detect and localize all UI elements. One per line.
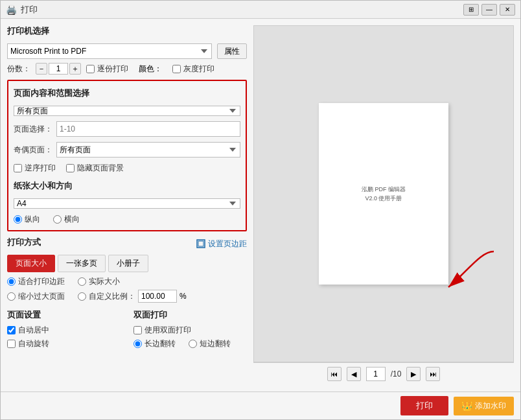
restore-button[interactable]: ⊞ [463,4,479,16]
copies-increase[interactable]: ＋ [69,63,81,75]
print-tabs: 页面大小 一张多页 小册子 [7,255,247,272]
reverse-print-checkbox[interactable] [14,164,22,172]
crown-icon: 👑 [461,401,472,411]
page-select-label: 页面选择： [14,124,52,135]
all-pages-select[interactable]: 所有页面 [14,106,240,116]
landscape-option[interactable]: 横向 [53,214,80,225]
auto-rotate-option[interactable]: 自动旋转 [7,338,121,349]
page-select-row: 页面选择： [14,121,240,137]
print-method-title: 打印方式 [7,237,41,248]
paper-size-select[interactable]: A4 [14,198,240,209]
printer-row: Microsoft Print to PDF 属性 [7,43,247,59]
copies-row: 份数： － ＋ 逐份打印 颜色： 灰度打印 [7,63,247,75]
grayscale-option[interactable]: 灰度打印 [172,64,214,75]
hide-bg-checkbox[interactable] [66,164,75,172]
collate-checkbox[interactable] [86,65,95,73]
main-window: 🖨️ 打印 ⊞ — ✕ 打印机选择 Microsoft Print to PDF… [0,0,521,420]
use-duplex-checkbox[interactable] [133,326,142,334]
custom-scale-radio[interactable] [78,292,86,301]
duplex-settings: 双面打印 使用双面打印 长边翻转 短边翻转 [133,308,247,349]
navigation-bar: ⏮ ◀ /10 ▶ ⏭ [253,362,514,385]
title-bar-left: 🖨️ 打印 [6,4,38,16]
auto-center-checkbox[interactable] [7,326,16,334]
actual-size-option[interactable]: 实际大小 [78,276,120,287]
tab-booklet[interactable]: 小册子 [108,255,148,272]
main-content: 打印机选择 Microsoft Print to PDF 属性 份数： － ＋ [1,19,520,391]
copies-stepper: － ＋ [36,63,81,75]
window-title: 打印 [21,4,38,16]
close-button[interactable]: ✕ [500,4,515,16]
watermark-button[interactable]: 👑 添加水印 [454,397,514,415]
copies-decrease[interactable]: － [36,63,47,75]
short-edge-option[interactable]: 短边翻转 [189,338,231,349]
next-page-button[interactable]: ▶ [406,367,421,381]
auto-rotate-checkbox[interactable] [7,340,16,348]
custom-scale-option[interactable]: 自定义比例： [78,291,135,302]
landscape-radio[interactable] [53,215,62,224]
first-page-button[interactable]: ⏮ [327,367,342,381]
current-page-input[interactable] [366,367,386,381]
page-settings: 页面设置 自动居中 自动旋转 [7,308,121,349]
page-select-input[interactable] [56,121,240,137]
print-button[interactable]: 打印 [400,396,448,415]
duplex-title: 双面打印 [133,309,247,321]
grayscale-checkbox[interactable] [172,65,181,73]
title-bar: 🖨️ 打印 ⊞ — ✕ [1,1,520,19]
bottom-sections: 页面设置 自动居中 自动旋转 双面打印 使用双面打印 [7,308,247,349]
scale-options: 适合打印边距 实际大小 缩小过大页面 [7,276,247,303]
reverse-print-option[interactable]: 逆序打印 [14,163,56,174]
right-panel: 泓鹏 PDF 编辑器 V2.0 使用手册 ⏮ ◀ [253,25,514,385]
tab-multi-page[interactable]: 一张多页 [58,255,106,272]
percent-label: % [179,292,187,301]
page-settings-title: 页面设置 [7,309,121,321]
duplex-flip-row: 长边翻转 短边翻转 [133,338,247,349]
properties-button[interactable]: 属性 [217,43,247,59]
printer-section: 打印机选择 Microsoft Print to PDF 属性 份数： － ＋ [7,25,247,75]
left-panel: 打印机选择 Microsoft Print to PDF 属性 份数： － ＋ [7,25,247,385]
set-margin-link[interactable]: 设置页边距 [196,239,247,250]
odd-even-row: 奇偶页面： 所有页面 [14,142,240,158]
use-duplex-option[interactable]: 使用双面打印 [133,325,247,336]
title-bar-controls: ⊞ — ✕ [463,4,515,16]
shrink-option[interactable]: 缩小过大页面 [7,291,65,302]
actual-size-radio[interactable] [78,277,86,286]
copies-input[interactable] [49,63,68,75]
fit-radio[interactable] [7,277,16,286]
odd-even-label: 奇偶页面： [14,145,52,156]
color-label: 颜色： [139,64,162,75]
short-edge-radio[interactable] [189,340,197,348]
portrait-option[interactable]: 纵向 [14,214,40,225]
fit-option[interactable]: 适合打印边距 [7,276,65,287]
print-options-row: 逆序打印 隐藏页面背景 [14,163,240,174]
scale-row-2: 缩小过大页面 自定义比例： % [7,290,247,303]
collate-option[interactable]: 逐份打印 [86,64,128,75]
page-content-title: 页面内容和范围选择 [14,88,240,99]
printer-icon: 🖨️ [6,5,17,15]
minimize-button[interactable]: — [481,4,497,16]
portrait-radio[interactable] [14,215,22,224]
long-edge-radio[interactable] [133,340,142,348]
prev-page-button[interactable]: ◀ [347,367,361,381]
tab-page-size[interactable]: 页面大小 [7,255,55,272]
last-page-button[interactable]: ⏭ [426,367,440,381]
copies-options: 逐份打印 颜色： 灰度打印 [86,64,214,75]
action-bar: 打印 👑 添加水印 [1,391,520,419]
preview-page-text: 泓鹏 PDF 编辑器 V2.0 使用手册 [362,185,406,204]
hide-bg-option[interactable]: 隐藏页面背景 [66,163,124,174]
total-pages: /10 [391,369,402,379]
odd-even-select[interactable]: 所有页面 [56,142,240,158]
arrow-annotation [429,245,507,297]
print-method-section: 打印方式 设置页边距 页面大小 一张多页 小册子 [7,237,247,303]
margin-icon [196,239,205,248]
preview-area: 泓鹏 PDF 编辑器 V2.0 使用手册 [253,25,514,362]
printer-select[interactable]: Microsoft Print to PDF [7,43,212,59]
paper-title: 纸张大小和方向 [14,180,240,192]
page-content-section: 页面内容和范围选择 所有页面 页面选择： 奇偶页面： 所有页面 [7,80,247,231]
print-method-header: 打印方式 设置页边距 [7,237,247,251]
auto-center-option[interactable]: 自动居中 [7,325,121,336]
printer-section-title: 打印机选择 [7,25,247,37]
long-edge-option[interactable]: 长边翻转 [133,338,176,349]
copies-label: 份数： [7,64,30,75]
custom-scale-input[interactable] [138,290,177,303]
shrink-radio[interactable] [7,292,16,301]
